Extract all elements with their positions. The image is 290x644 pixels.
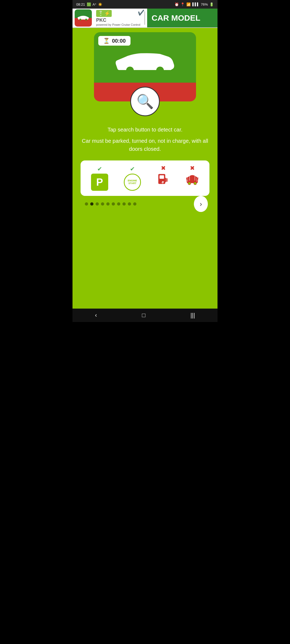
- location-icon: 📍: [180, 2, 185, 6]
- wifi-icon: 📶: [186, 2, 191, 6]
- svg-point-3: [156, 67, 164, 74]
- condition-doors: ✖: [186, 165, 199, 192]
- car-doors-svg: [186, 173, 199, 189]
- pkc-status-icon: 🟩: [87, 2, 91, 6]
- page-title: CAR MODEL: [147, 9, 218, 27]
- svg-point-2: [126, 67, 134, 74]
- dot-8[interactable]: [122, 202, 126, 206]
- dot-7[interactable]: [117, 202, 120, 206]
- alarm-icon: ⏰: [175, 2, 179, 6]
- dot-5[interactable]: [106, 202, 110, 206]
- header-divider: [144, 11, 145, 25]
- timer-badge: ⏳ 00:00: [98, 36, 130, 46]
- ev-charger-svg: [157, 173, 170, 189]
- back-button[interactable]: ‹: [89, 310, 103, 321]
- powered-text: powered by Power Cruise Control: [96, 23, 140, 26]
- svg-rect-10: [189, 176, 190, 181]
- svg-rect-6: [165, 178, 166, 182]
- car-silhouette-icon: [113, 49, 177, 78]
- bottom-nav: ‹ □ |||: [73, 309, 218, 322]
- next-arrow-icon: ›: [200, 200, 202, 208]
- dot-10[interactable]: [133, 202, 136, 206]
- conditions-card: ✔ P ✔ ENGINESTART ✖: [81, 160, 209, 196]
- menu-button[interactable]: |||: [184, 310, 201, 321]
- svg-point-8: [188, 182, 191, 185]
- engine-start-icon: ENGINESTART: [124, 174, 141, 191]
- dot-3[interactable]: [96, 202, 99, 206]
- condition-engine: ✔ ENGINESTART: [124, 166, 141, 191]
- car-logo-icon: [77, 14, 90, 22]
- pkc-check-icon: ✔️: [138, 9, 144, 16]
- sun-icon: ☀️: [98, 2, 102, 6]
- search-button[interactable]: 🔍: [130, 87, 160, 116]
- dot-9[interactable]: [128, 202, 131, 206]
- parking-icon: P: [91, 174, 108, 191]
- svg-point-0: [79, 19, 81, 21]
- card-top: ⏳ 00:00: [94, 32, 196, 83]
- condition-parked: ✔ P: [91, 166, 108, 191]
- signal-icon: ▌▌▌: [192, 2, 199, 6]
- status-left: 08:21 🟩 Aˣ ☀️: [76, 2, 102, 6]
- instruction-line1: Tap search button to detect car.: [79, 126, 211, 134]
- svg-point-1: [85, 19, 87, 21]
- engine-check-icon: ✔: [130, 166, 135, 173]
- svg-rect-5: [160, 175, 164, 179]
- home-button[interactable]: □: [135, 310, 152, 321]
- instructions-section: Tap search button to detect car. Car mus…: [77, 126, 213, 156]
- battery-percent: 76%: [201, 2, 208, 6]
- parked-check-icon: ✔: [97, 166, 102, 173]
- hourglass-icon: ⏳: [103, 38, 110, 44]
- dot-4[interactable]: [101, 202, 104, 206]
- pagination-row: ›: [77, 196, 213, 212]
- svg-rect-7: [166, 178, 168, 182]
- next-button[interactable]: ›: [194, 196, 208, 212]
- charging-check-icon: ✖: [161, 165, 166, 172]
- header-pkc-section: 🔋 ⚡ ✔️ PKC powered by Power Cruise Contr…: [94, 10, 142, 26]
- charging-icon: [157, 173, 170, 192]
- instruction-line2: Car must be parked, turned on, not in ch…: [79, 137, 211, 153]
- status-time: 08:21: [76, 2, 85, 6]
- status-right: ⏰ 📍 📶 ▌▌▌ 76% 🔋: [175, 2, 214, 6]
- timer-value: 00:00: [112, 38, 126, 44]
- battery-icon: 🔋: [209, 2, 214, 6]
- car-search-card: ⏳ 00:00 🔍: [94, 32, 196, 101]
- app-logo: [75, 9, 92, 27]
- condition-charging: ✖: [157, 165, 170, 192]
- dot-1[interactable]: [85, 202, 88, 206]
- pkc-battery-icon: 🔋 ⚡: [96, 10, 112, 17]
- status-bar: 08:21 🟩 Aˣ ☀️ ⏰ 📍 📶 ▌▌▌ 76% 🔋: [73, 0, 218, 9]
- pkc-label: PKC: [96, 17, 106, 23]
- dot-2[interactable]: [90, 202, 93, 206]
- svg-rect-11: [195, 176, 195, 181]
- doors-icon: [186, 173, 199, 192]
- search-icon: 🔍: [136, 93, 154, 110]
- pagination-dots: [79, 202, 194, 206]
- app-header: 🔋 ⚡ ✔️ PKC powered by Power Cruise Contr…: [73, 9, 218, 28]
- svg-point-9: [194, 182, 197, 185]
- ax-icon: Aˣ: [93, 2, 97, 6]
- main-content: ⏳ 00:00 🔍 Tap search button to detect ca…: [73, 28, 218, 309]
- dot-6[interactable]: [112, 202, 115, 206]
- doors-check-icon: ✖: [190, 165, 195, 172]
